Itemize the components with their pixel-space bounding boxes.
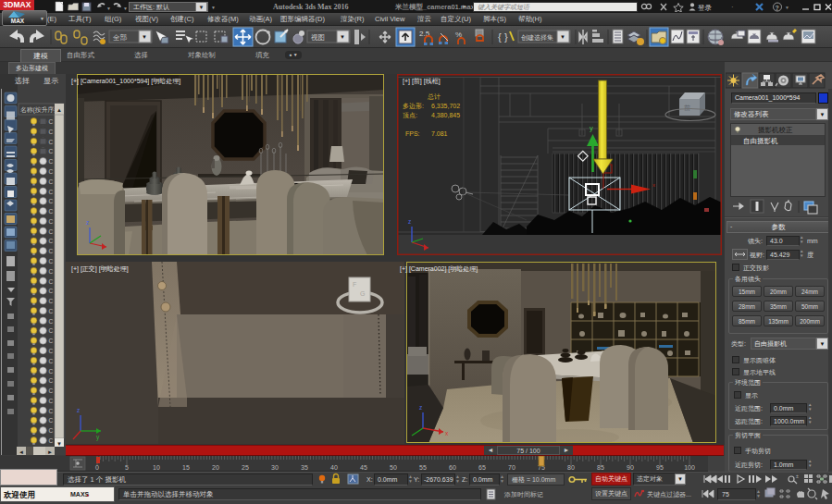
svg-text:}: } — [504, 31, 508, 43]
svg-text:全部: 全部 — [113, 33, 128, 42]
svg-text:{: { — [498, 31, 502, 43]
svg-text:7.081: 7.081 — [431, 130, 448, 137]
svg-text:?: ? — [776, 5, 779, 11]
svg-text:z: z — [408, 218, 411, 225]
svg-text:▲: ▲ — [56, 107, 62, 113]
svg-text:登录: 登录 — [698, 4, 713, 12]
svg-text:▼: ▼ — [123, 6, 128, 11]
svg-text:±: ± — [796, 473, 799, 479]
svg-text:70: 70 — [508, 464, 515, 471]
svg-text:◄: ◄ — [19, 449, 24, 455]
svg-text:创建选择集: 创建选择集 — [521, 34, 553, 42]
svg-text:总计: 总计 — [427, 93, 441, 100]
svg-text:▼: ▼ — [106, 6, 111, 11]
svg-text:z: z — [77, 407, 80, 413]
svg-text:z: z — [419, 404, 422, 411]
svg-text:自由摄影机: 自由摄影机 — [743, 137, 778, 145]
svg-text:0: 0 — [95, 464, 99, 471]
svg-text:10: 10 — [153, 464, 160, 471]
svg-text:65: 65 — [478, 464, 486, 471]
svg-text:▼: ▼ — [142, 34, 147, 40]
svg-text:视图: 视图 — [311, 33, 325, 42]
svg-text:5: 5 — [125, 464, 129, 471]
svg-text:50: 50 — [390, 464, 397, 471]
svg-text:名称(按升序排: 名称(按升序排 — [20, 106, 60, 114]
svg-text:85: 85 — [597, 464, 604, 471]
svg-text:95: 95 — [656, 464, 664, 471]
svg-text:90: 90 — [627, 464, 634, 471]
svg-text:100: 100 — [684, 464, 695, 471]
svg-text:4,380,845: 4,380,845 — [431, 112, 460, 118]
svg-text:F: F — [353, 281, 356, 288]
svg-text:60: 60 — [449, 464, 456, 471]
svg-text:z: z — [86, 219, 89, 226]
svg-text:►: ► — [47, 449, 53, 455]
svg-text:80: 80 — [567, 464, 575, 471]
svg-text:40: 40 — [330, 464, 338, 471]
svg-text:摄影机校正: 摄影机校正 — [758, 126, 793, 134]
svg-text:▼: ▼ — [340, 34, 345, 40]
svg-text:FPS:: FPS: — [405, 130, 420, 137]
svg-text:45: 45 — [360, 464, 367, 471]
svg-text:前: 前 — [684, 104, 690, 111]
svg-text:G: G — [360, 290, 365, 297]
svg-text:▼: ▼ — [56, 441, 62, 447]
svg-text:顶点:: 顶点: — [403, 112, 417, 119]
svg-text:15: 15 — [182, 464, 190, 471]
svg-text:30: 30 — [271, 464, 279, 471]
svg-text:▼: ▼ — [785, 5, 789, 10]
svg-text:6,335,702: 6,335,702 — [431, 103, 460, 109]
svg-text:20: 20 — [212, 464, 219, 471]
svg-text:y: y — [590, 124, 593, 132]
svg-text:▼: ▼ — [560, 34, 565, 40]
svg-text:·: · — [731, 3, 734, 11]
svg-text:多边形:: 多边形: — [403, 103, 424, 110]
svg-text:35: 35 — [301, 464, 308, 471]
svg-text:x: x — [652, 182, 655, 188]
svg-text:25: 25 — [242, 464, 249, 471]
svg-text:55: 55 — [419, 464, 427, 471]
